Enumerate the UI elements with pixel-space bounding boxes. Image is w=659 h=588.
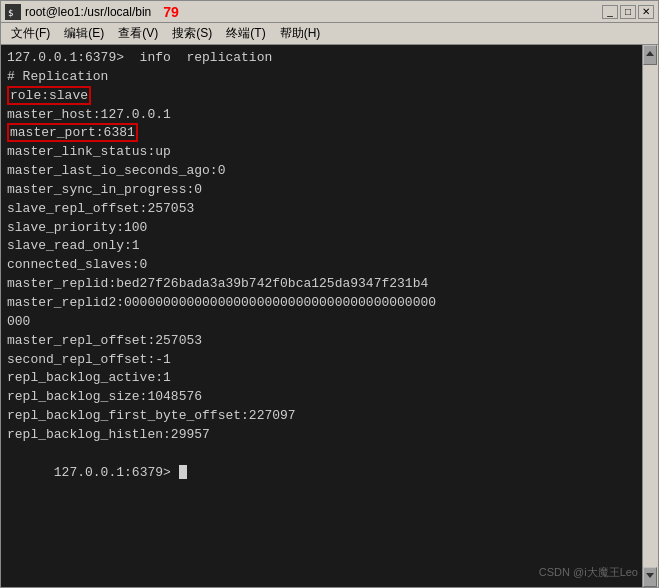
line-heading: # Replication (7, 68, 640, 87)
line-master-last-io: master_last_io_seconds_ago:0 (7, 162, 640, 181)
menu-bar: 文件(F) 编辑(E) 查看(V) 搜索(S) 终端(T) 帮助(H) (1, 23, 658, 45)
menu-view[interactable]: 查看(V) (112, 23, 164, 44)
terminal-window: $ root@leo1:/usr/local/bin 79 _ □ ✕ 文件(F… (0, 0, 659, 588)
line-repl-backlog-active: repl_backlog_active:1 (7, 369, 640, 388)
line-repl-backlog-first-byte: repl_backlog_first_byte_offset:227097 (7, 407, 640, 426)
master-port-highlighted: master_port:6381 (7, 123, 138, 142)
line-slave-priority: slave_priority:100 (7, 219, 640, 238)
menu-file[interactable]: 文件(F) (5, 23, 56, 44)
prompt-text: 127.0.0.1:6379> (54, 465, 179, 480)
role-highlighted: role:slave (7, 86, 91, 105)
terminal-content[interactable]: 127.0.0.1:6379> info replication # Repli… (1, 45, 658, 587)
line-master-replid2-cont: 000 (7, 313, 640, 332)
line-master-sync: master_sync_in_progress:0 (7, 181, 640, 200)
title-bar-left: $ root@leo1:/usr/local/bin 79 (5, 4, 179, 20)
line-connected-slaves: connected_slaves:0 (7, 256, 640, 275)
scroll-up-arrow-icon (646, 51, 654, 56)
line-master-replid2: master_replid2:0000000000000000000000000… (7, 294, 640, 313)
line-master-port: master_port:6381 (7, 124, 640, 143)
menu-help[interactable]: 帮助(H) (274, 23, 327, 44)
cursor (179, 465, 187, 479)
window-title: root@leo1:/usr/local/bin (25, 5, 151, 19)
line-master-link-status: master_link_status:up (7, 143, 640, 162)
line-prompt2: 127.0.0.1:6379> (7, 445, 640, 502)
close-button[interactable]: ✕ (638, 5, 654, 19)
menu-edit[interactable]: 编辑(E) (58, 23, 110, 44)
line-master-repl-offset: master_repl_offset:257053 (7, 332, 640, 351)
line-prompt1: 127.0.0.1:6379> info replication (7, 49, 640, 68)
minimize-button[interactable]: _ (602, 5, 618, 19)
line-repl-backlog-histlen: repl_backlog_histlen:29957 (7, 426, 640, 445)
menu-search[interactable]: 搜索(S) (166, 23, 218, 44)
scroll-down-arrow-icon (646, 573, 654, 578)
scrollbar[interactable] (642, 45, 658, 587)
line-repl-backlog-size: repl_backlog_size:1048576 (7, 388, 640, 407)
scroll-up-button[interactable] (643, 45, 657, 65)
line-master-replid: master_replid:bed27f26bada3a39b742f0bca1… (7, 275, 640, 294)
window-controls: _ □ ✕ (602, 5, 654, 19)
maximize-button[interactable]: □ (620, 5, 636, 19)
title-bar: $ root@leo1:/usr/local/bin 79 _ □ ✕ (1, 1, 658, 23)
line-role: role:slave (7, 87, 640, 106)
menu-terminal[interactable]: 终端(T) (220, 23, 271, 44)
watermark: CSDN @i大魔王Leo (539, 565, 638, 581)
svg-text:$: $ (8, 8, 13, 18)
line-second-repl-offset: second_repl_offset:-1 (7, 351, 640, 370)
line-slave-read-only: slave_read_only:1 (7, 237, 640, 256)
line-slave-repl-offset: slave_repl_offset:257053 (7, 200, 640, 219)
badge: 79 (163, 4, 179, 20)
scroll-down-button[interactable] (643, 567, 657, 587)
line-master-host: master_host:127.0.0.1 (7, 106, 640, 125)
terminal-icon: $ (5, 4, 21, 20)
